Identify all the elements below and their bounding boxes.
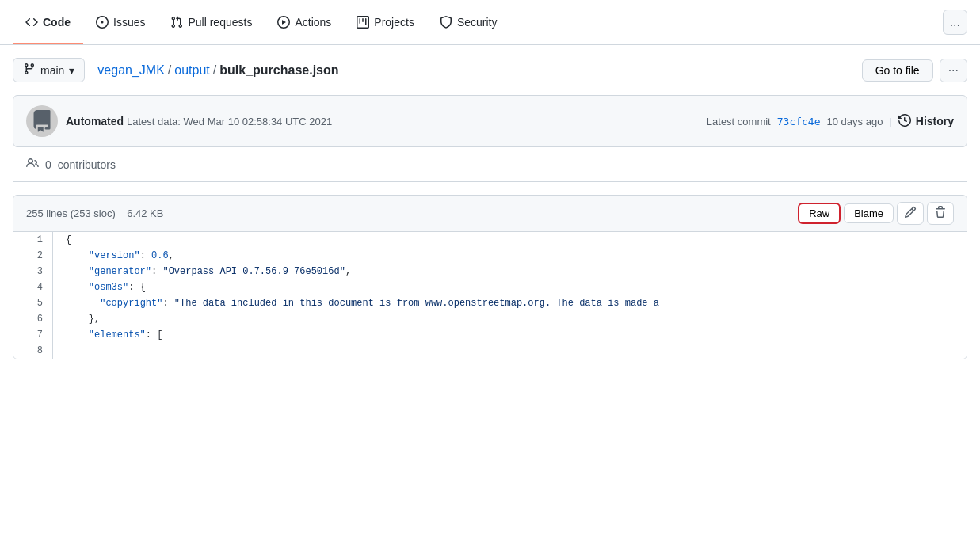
line-number: 4 [13,280,53,295]
breadcrumb-owner[interactable]: vegan_JMK [97,63,165,78]
line-content: "generator": "Overpass API 0.7.56.9 76e5… [53,264,364,280]
file-header: 255 lines (253 sloc) 6.42 KB Raw Blame [13,196,967,232]
breadcrumb-file: bulk_purchase.json [219,63,338,78]
code-line: 8 [13,343,967,359]
delete-button[interactable] [927,202,954,225]
edit-button[interactable] [897,202,924,225]
commit-left: Automated Latest data: Wed Mar 10 02:58:… [26,105,332,137]
raw-button[interactable]: Raw [798,203,841,224]
code-icon [25,16,38,29]
line-content: "version": 0.6, [53,248,187,264]
go-to-file-button[interactable]: Go to file [862,59,933,82]
file-actions: Raw Blame [798,202,954,225]
nav-code-label: Code [43,16,71,29]
line-number: 2 [13,248,53,264]
nav-issues-label: Issues [113,16,145,29]
contributors-icon [26,157,39,172]
file-size: 6.42 KB [127,207,163,219]
line-number: 8 [13,343,53,359]
nav-security[interactable]: Security [427,0,510,44]
chevron-down-icon: ▾ [69,64,74,77]
code-line: 4 "osm3s": { [13,280,967,295]
code-line: 5 "copyright": "The data included in thi… [13,295,967,311]
line-number: 6 [13,311,53,327]
line-content [53,343,84,359]
line-number: 7 [13,327,53,343]
commit-author: Automated [66,115,124,127]
security-icon [440,16,452,29]
nav-projects[interactable]: Projects [344,0,427,44]
breadcrumb: vegan_JMK / output / bulk_purchase.json [97,63,338,78]
file-info: 255 lines (253 sloc) 6.42 KB [26,207,163,219]
nav-pull-requests[interactable]: Pull requests [158,0,265,44]
commit-hash[interactable]: 73cfc4e [777,116,821,127]
nav-code[interactable]: Code [13,0,83,44]
commit-message: Latest data: Wed Mar 10 02:58:34 UTC 202… [127,116,332,127]
top-nav: Code Issues Pull requests Actions [0,0,980,45]
blame-button[interactable]: Blame [844,203,894,223]
commit-time: 10 days ago [827,116,883,127]
avatar [26,105,58,137]
line-content: { [53,232,84,248]
latest-commit-label: Latest commit [707,116,771,127]
line-number: 5 [13,295,53,311]
code-line: 7 "elements": [ [13,327,967,343]
file-lines: 255 lines (253 sloc) [26,207,116,219]
nav-projects-label: Projects [374,16,414,29]
file-viewer: 255 lines (253 sloc) 6.42 KB Raw Blame 1… [13,195,967,359]
line-content: "osm3s": { [53,280,158,295]
file-more-button[interactable]: ··· [940,59,967,82]
actions-icon [277,16,290,29]
breadcrumb-area: main ▾ vegan_JMK / output / bulk_purchas… [0,45,980,95]
code-area: 1 { 2 "version": 0.6, 3 "generator": "Ov… [13,232,967,359]
breadcrumb-actions: Go to file ··· [862,59,967,82]
branch-selector[interactable]: main ▾ [13,58,85,82]
projects-icon [357,16,369,29]
code-line: 1 { [13,232,967,248]
history-button[interactable]: History [898,114,954,129]
contributors-bar: 0 contributors [13,147,967,182]
branch-name: main [40,64,64,77]
breadcrumb-sep-1: / [168,63,171,78]
code-line: 2 "version": 0.6, [13,248,967,264]
line-number: 1 [13,232,53,248]
commit-info: Automated Latest data: Wed Mar 10 02:58:… [66,115,332,127]
issues-icon [96,16,109,29]
line-content: "copyright": "The data included in this … [53,295,672,311]
code-line: 3 "generator": "Overpass API 0.7.56.9 76… [13,264,967,280]
nav-actions[interactable]: Actions [265,0,344,44]
line-number: 3 [13,264,53,280]
code-line: 6 }, [13,311,967,327]
contributors-count: 0 [45,158,51,171]
breadcrumb-folder[interactable]: output [174,63,209,78]
breadcrumb-sep-2: / [213,63,216,78]
branch-icon [23,63,36,78]
pull-request-icon [170,16,183,29]
contributors-label: contributors [58,158,116,171]
commit-box: Automated Latest data: Wed Mar 10 02:58:… [13,95,967,147]
line-content: "elements": [ [53,327,175,343]
commit-right: Latest commit 73cfc4e 10 days ago | Hist… [707,114,954,129]
line-content: }, [53,311,112,327]
history-icon [898,114,911,129]
history-label: History [916,115,954,127]
nav-pr-label: Pull requests [188,16,252,29]
nav-issues[interactable]: Issues [83,0,158,44]
nav-actions-label: Actions [295,16,331,29]
nav-security-label: Security [457,16,498,29]
nav-more-button[interactable]: ... [943,10,967,35]
